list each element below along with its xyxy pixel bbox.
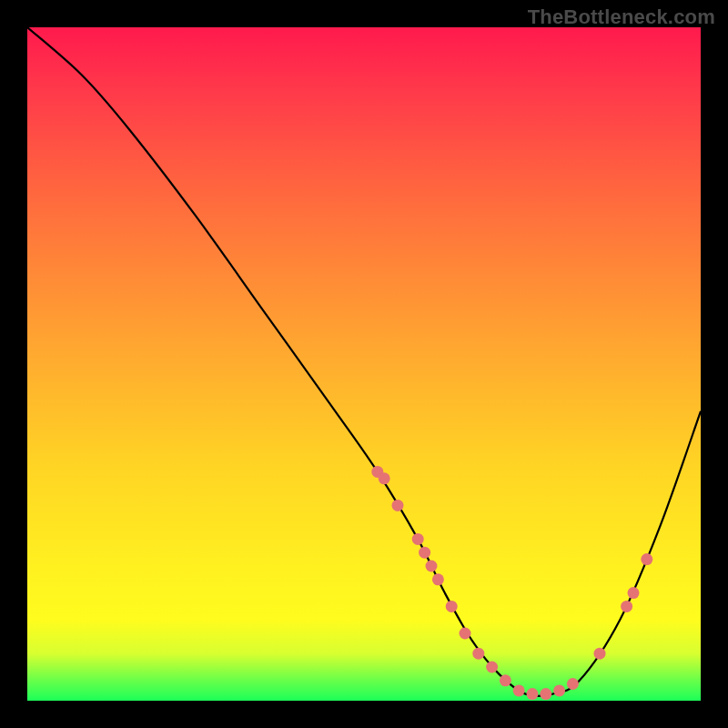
curve-marker	[594, 648, 606, 660]
curve-marker	[500, 674, 511, 686]
chart-svg	[27, 27, 701, 701]
curve-marker	[513, 684, 525, 696]
curve-marker	[460, 628, 471, 640]
curve-marker	[641, 553, 652, 565]
watermark-text: TheBottleneck.com	[528, 5, 715, 29]
curve-markers-group	[371, 466, 652, 700]
curve-marker	[553, 684, 565, 696]
curve-marker	[412, 533, 424, 545]
chart-plot-area	[27, 27, 701, 701]
curve-marker	[432, 573, 444, 585]
curve-marker	[621, 601, 632, 612]
curve-marker	[472, 648, 484, 660]
bottleneck-curve-line	[27, 27, 701, 696]
curve-marker	[426, 561, 438, 572]
curve-marker	[486, 662, 498, 673]
curve-marker	[419, 547, 430, 559]
curve-marker	[527, 688, 539, 700]
curve-marker	[567, 678, 579, 690]
curve-marker	[379, 472, 390, 484]
curve-marker	[540, 688, 551, 700]
curve-marker	[628, 587, 640, 599]
curve-marker	[392, 500, 404, 511]
curve-marker	[446, 601, 458, 612]
